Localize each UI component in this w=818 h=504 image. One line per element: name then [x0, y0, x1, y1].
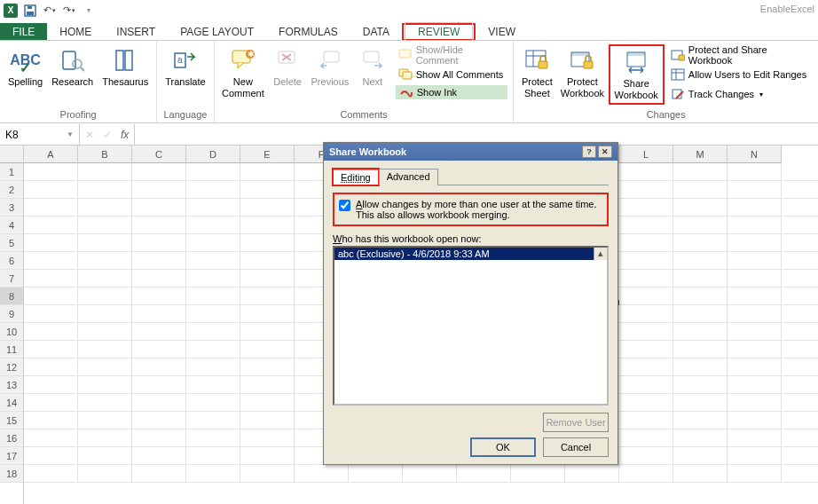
show-ink-button[interactable]: Show Ink: [396, 85, 508, 99]
row-header[interactable]: 2: [0, 181, 23, 199]
share-workbook-dialog: Share Workbook ? ✕ Editing Advanced Allo…: [323, 142, 618, 465]
column-header[interactable]: D: [186, 146, 240, 162]
select-all-corner[interactable]: [0, 146, 24, 163]
dialog-tabs: Editing Advanced: [333, 168, 609, 185]
svg-rect-27: [584, 61, 593, 68]
qat-customize-icon[interactable]: ▾: [82, 4, 96, 18]
row-header[interactable]: 1: [0, 163, 23, 181]
group-language-label: Language: [161, 107, 209, 122]
svg-text:a: a: [177, 55, 183, 65]
cancel-button[interactable]: Cancel: [543, 437, 609, 457]
tab-view[interactable]: VIEW: [476, 23, 528, 41]
new-comment-button[interactable]: ✱ New Comment: [218, 44, 268, 101]
row-header[interactable]: 12: [0, 358, 23, 376]
svg-text:✱: ✱: [248, 50, 255, 59]
thesaurus-button[interactable]: Thesaurus: [98, 44, 153, 90]
show-all-comments-button[interactable]: Show All Comments: [396, 66, 508, 83]
row-header[interactable]: 5: [0, 234, 23, 252]
protect-sheet-label: Protect Sheet: [522, 76, 553, 99]
svg-rect-29: [627, 52, 645, 56]
dialog-tab-advanced[interactable]: Advanced: [379, 169, 438, 185]
translate-button[interactable]: a Translate: [161, 44, 209, 90]
row-header[interactable]: 7: [0, 270, 23, 287]
name-box-value: K8: [5, 129, 19, 141]
save-icon[interactable]: [23, 4, 37, 18]
row-header[interactable]: 6: [0, 252, 23, 270]
allow-changes-checkbox[interactable]: [339, 200, 350, 211]
row-header[interactable]: 18: [0, 465, 23, 483]
column-header[interactable]: N: [728, 146, 782, 162]
allow-users-label: Allow Users to Edit Ranges: [688, 69, 806, 80]
share-workbook-button[interactable]: Share Workbook: [610, 46, 663, 103]
svg-rect-18: [399, 50, 411, 58]
svg-rect-6: [116, 51, 123, 70]
group-comments: ✱ New Comment Delete Previous Next Show/…: [215, 41, 515, 122]
track-changes-label: Track Changes: [688, 89, 754, 99]
dialog-titlebar[interactable]: Share Workbook ? ✕: [324, 143, 617, 161]
users-listbox[interactable]: abc (Exclusive) - 4/6/2018 9:33 AM ▴: [333, 246, 609, 406]
row-header[interactable]: 14: [0, 394, 23, 412]
ok-button[interactable]: OK: [470, 437, 536, 457]
document-title: EnableExcel: [760, 4, 814, 14]
tab-page-layout[interactable]: PAGE LAYOUT: [168, 23, 266, 41]
column-header[interactable]: M: [673, 146, 728, 162]
column-header[interactable]: L: [619, 146, 673, 162]
new-comment-label: New Comment: [222, 76, 264, 99]
spelling-icon: ABC✓: [12, 46, 40, 75]
row-header[interactable]: 8: [0, 287, 23, 305]
track-changes-icon: [671, 87, 685, 101]
dialog-close-button[interactable]: ✕: [598, 146, 612, 158]
tab-formulas[interactable]: FORMULAS: [266, 23, 350, 41]
previous-comment-icon: [316, 46, 344, 75]
new-comment-icon: ✱: [229, 46, 257, 75]
user-list-item[interactable]: abc (Exclusive) - 4/6/2018 9:33 AM ▴: [334, 248, 607, 260]
spelling-button[interactable]: ABC✓ Spelling: [4, 44, 47, 90]
row-header[interactable]: 16: [0, 429, 23, 447]
redo-icon[interactable]: ↷▾: [62, 4, 76, 18]
row-header[interactable]: 3: [0, 199, 23, 217]
row-header[interactable]: 9: [0, 305, 23, 323]
row-header[interactable]: 10: [0, 323, 23, 341]
previous-comment-button: Previous: [307, 44, 353, 90]
fx-icon[interactable]: fx: [121, 129, 129, 141]
row-header[interactable]: 15: [0, 412, 23, 429]
research-button[interactable]: Research: [47, 44, 98, 90]
research-label: Research: [51, 76, 93, 88]
protect-sheet-icon: [523, 46, 551, 75]
share-workbook-label: Share Workbook: [615, 78, 658, 101]
remove-user-button: Remove User: [543, 413, 609, 432]
row-header[interactable]: 17: [0, 447, 23, 465]
chevron-down-icon[interactable]: ▼: [67, 130, 74, 138]
column-header[interactable]: A: [24, 146, 78, 162]
tab-review[interactable]: REVIEW: [405, 22, 473, 42]
track-changes-button[interactable]: Track Changes ▾: [668, 85, 813, 103]
user-entry-text: abc (Exclusive) - 4/6/2018 9:33 AM: [338, 248, 490, 259]
name-box[interactable]: K8 ▼: [0, 124, 80, 145]
svg-rect-7: [125, 51, 132, 70]
dialog-help-button[interactable]: ?: [582, 146, 596, 158]
who-has-open-label: Who has this workbook open now:: [333, 233, 609, 244]
row-header[interactable]: 11: [0, 341, 23, 358]
scroll-up-icon[interactable]: ▴: [594, 248, 607, 260]
svg-rect-26: [571, 52, 589, 56]
tab-insert[interactable]: INSERT: [104, 23, 168, 41]
row-header[interactable]: 4: [0, 217, 23, 234]
protect-and-share-button[interactable]: Protect and Share Workbook: [668, 46, 813, 64]
column-header[interactable]: B: [78, 146, 132, 162]
tab-data[interactable]: DATA: [350, 23, 402, 41]
undo-icon[interactable]: ↶▾: [43, 4, 57, 18]
row-header[interactable]: 13: [0, 376, 23, 394]
translate-icon: a: [171, 46, 200, 75]
excel-app-icon: X: [4, 4, 18, 18]
column-header[interactable]: C: [132, 146, 186, 162]
dialog-tab-editing[interactable]: Editing: [333, 169, 379, 185]
tab-file[interactable]: FILE: [0, 23, 47, 41]
column-header[interactable]: E: [240, 146, 295, 162]
tab-home[interactable]: HOME: [47, 23, 104, 41]
protect-sheet-button[interactable]: Protect Sheet: [517, 44, 556, 101]
translate-label: Translate: [165, 76, 205, 88]
protect-workbook-icon: [568, 46, 596, 75]
edit-ranges-icon: [671, 67, 685, 82]
allow-users-edit-ranges-button[interactable]: Allow Users to Edit Ranges: [668, 66, 813, 83]
protect-workbook-button[interactable]: Protect Workbook: [556, 44, 608, 101]
